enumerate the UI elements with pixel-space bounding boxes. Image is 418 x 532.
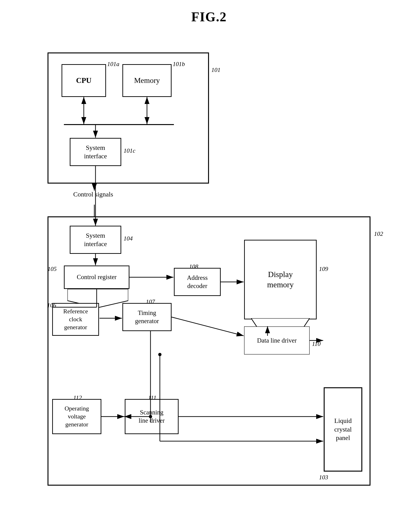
driver-block: [47, 216, 371, 486]
memory-ref: 101b: [173, 61, 185, 68]
diagram: 101 CPU 101a Memory 101b Systeminterface…: [34, 38, 384, 519]
data-line-driver-label: Data line driver: [244, 326, 310, 355]
tg-ref: 107: [146, 298, 155, 305]
memory-box: Memory: [122, 64, 172, 97]
lcp-ref: 103: [319, 474, 328, 481]
si-104-ref: 104: [124, 235, 133, 242]
operating-voltage-box: Operatingvoltagegenerator: [52, 399, 101, 434]
dld-ref: 110: [312, 341, 321, 347]
timing-generator-box: Timinggenerator: [122, 303, 172, 331]
cpu-box: CPU: [62, 64, 106, 97]
ad-ref: 108: [189, 263, 198, 270]
control-signals-label: Control signals: [73, 191, 113, 198]
liquid-crystal-box: Liquidcrystalpanel: [324, 387, 362, 472]
cpu-ref: 101a: [107, 61, 119, 68]
ovg-ref: 112: [73, 394, 82, 401]
system-interface-101c-box: Systeminterface: [70, 138, 121, 166]
cr-ref: 105: [47, 266, 57, 272]
address-decoder-box: Addressdecoder: [174, 268, 221, 296]
dm-ref: 109: [319, 266, 328, 272]
driver-block-ref: 102: [374, 230, 383, 237]
display-memory-box: Displaymemory: [244, 240, 317, 319]
si-101c-ref: 101c: [124, 147, 136, 154]
control-register-box: Control register: [64, 266, 129, 289]
host-block-ref: 101: [211, 67, 221, 73]
page-title: FIG.2: [191, 9, 227, 24]
system-interface-104-box: Systeminterface: [70, 226, 121, 254]
rcg-ref: 106: [47, 302, 56, 309]
scanning-line-driver-box: Scanningline driver: [125, 399, 179, 434]
reference-clock-box: Referenceclockgenerator: [52, 303, 99, 336]
sld-ref: 111: [148, 394, 156, 401]
